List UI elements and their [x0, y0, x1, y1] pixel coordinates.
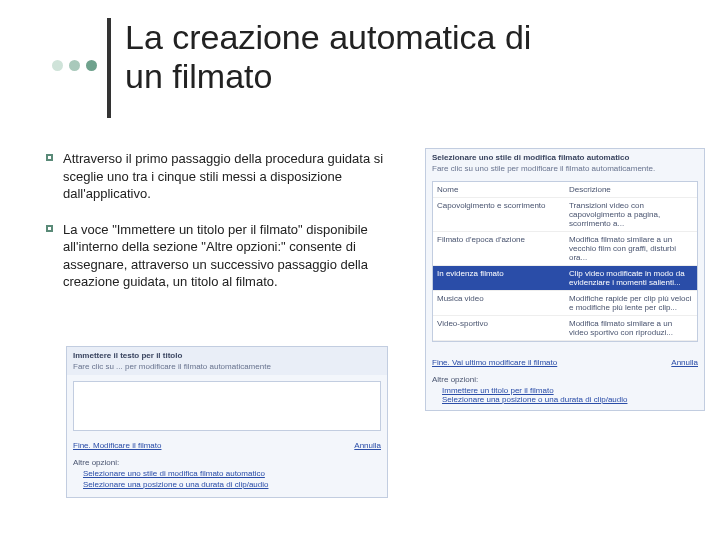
style-listbox[interactable]: NomeDescrizione Capovolgimento e scorrim…: [432, 181, 698, 342]
style-desc: Transizioni video con capovolgimento a p…: [565, 198, 697, 232]
title-input[interactable]: [73, 381, 381, 431]
square-bullet-icon: [46, 225, 53, 232]
nav-cancel-link[interactable]: Annulla: [354, 441, 381, 450]
style-desc: Modifica filmato similare a un video spo…: [565, 316, 697, 341]
option-style-link[interactable]: Selezionare uno stile di modifica filmat…: [83, 469, 381, 478]
option-enter-title-link[interactable]: Immettere un titolo per il filmato: [442, 386, 698, 395]
options-label: Altre opzioni:: [73, 458, 381, 467]
nav-back-link[interactable]: Fine. Vai ultimo modificare il filmato: [432, 358, 557, 367]
style-name[interactable]: Capovolgimento e scorrimento: [433, 198, 565, 232]
nav-cancel-link[interactable]: Annulla: [671, 358, 698, 367]
col-header: Descrizione: [565, 182, 697, 198]
title-bullets: [52, 60, 97, 71]
style-name[interactable]: Video-sportivo: [433, 316, 565, 341]
title-divider: [107, 18, 111, 118]
wizard-subheading: Fare clic su ... per modificare il filma…: [67, 362, 387, 375]
style-name[interactable]: Filmato d'epoca d'azione: [433, 232, 565, 266]
square-bullet-icon: [46, 154, 53, 161]
page-title: La creazione automatica di un filmato: [125, 18, 545, 96]
bullet-icon: [69, 60, 80, 71]
wizard-title-panel: Immettere il testo per il titolo Fare cl…: [66, 346, 388, 498]
bullet-icon: [86, 60, 97, 71]
option-audio-link[interactable]: Selezionare una posizione o una durata d…: [442, 395, 698, 404]
bullet-icon: [52, 60, 63, 71]
style-name[interactable]: Musica video: [433, 291, 565, 316]
option-audio-link[interactable]: Selezionare una posizione o una durata d…: [83, 480, 381, 489]
nav-back-link[interactable]: Fine. Modificare il filmato: [73, 441, 161, 450]
options-label: Altre opzioni:: [432, 375, 698, 384]
style-desc: Modifiche rapide per clip più veloci e m…: [565, 291, 697, 316]
wizard-subheading: Fare clic su uno stile per modificare il…: [426, 164, 704, 177]
style-desc: Modifica filmato similare a un vecchio f…: [565, 232, 697, 266]
style-name-selected[interactable]: In evidenza filmato: [433, 266, 565, 291]
list-item: Attraverso il primo passaggio della proc…: [46, 150, 406, 203]
paragraph: La voce "Immettere un titolo per il film…: [63, 221, 406, 291]
wizard-heading: Immettere il testo per il titolo: [67, 347, 387, 362]
style-desc: Clip video modificate in modo da evidenz…: [565, 266, 697, 291]
list-item: La voce "Immettere un titolo per il film…: [46, 221, 406, 291]
col-header: Nome: [433, 182, 565, 198]
paragraph: Attraverso il primo passaggio della proc…: [63, 150, 406, 203]
wizard-style-panel: Selezionare uno stile di modifica filmat…: [425, 148, 705, 411]
wizard-heading: Selezionare uno stile di modifica filmat…: [426, 149, 704, 164]
